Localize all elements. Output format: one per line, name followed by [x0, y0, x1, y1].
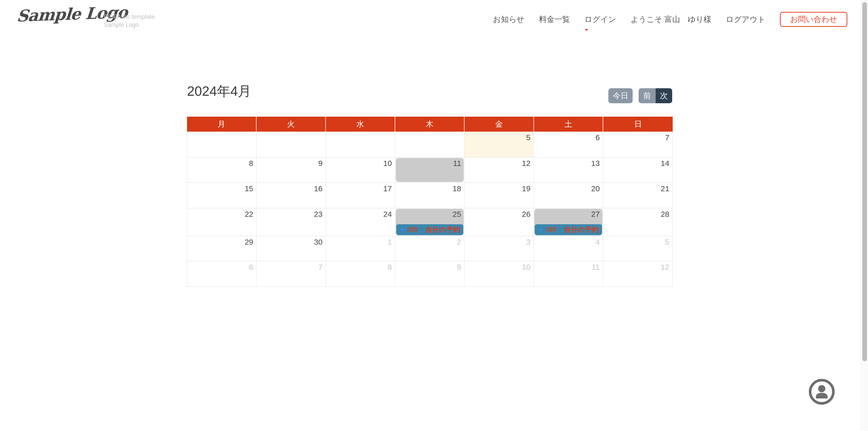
day-number: 18 [453, 184, 461, 193]
day-cell[interactable]: 6 [534, 132, 603, 158]
day-number: 26 [522, 210, 530, 219]
day-number: 9 [318, 159, 323, 168]
day-cell[interactable]: 10 [326, 158, 395, 183]
day-number: 8 [388, 263, 392, 271]
user-account-button[interactable] [809, 379, 835, 405]
day-cell[interactable]: 23 [256, 208, 326, 236]
day-cell[interactable]: 7 [603, 132, 673, 158]
day-cell[interactable]: 8 [187, 158, 256, 183]
day-cell[interactable]: 10 [464, 261, 534, 287]
day-number: 21 [661, 184, 669, 193]
contact-button[interactable]: お問い合わせ [780, 12, 847, 27]
day-cell[interactable]: 21 [603, 183, 673, 208]
day-number: 25 [453, 210, 461, 219]
day-number: 9 [457, 263, 461, 271]
day-cell[interactable]: 24 [326, 208, 395, 236]
reservation-event[interactable]: 0時自分の予約 [535, 224, 602, 235]
day-number: 15 [245, 184, 253, 193]
weekday-header-mon: 月 [187, 117, 256, 132]
day-cell[interactable]: 14 [603, 158, 673, 183]
day-cell[interactable]: 7 [256, 261, 326, 287]
nav-item-pricing[interactable]: 料金一覧 [539, 14, 570, 25]
day-number: 16 [314, 184, 322, 193]
day-number: 8 [249, 159, 253, 168]
day-cell[interactable]: 12 [464, 158, 534, 183]
weekday-header-wed: 水 [326, 117, 395, 132]
day-cell[interactable]: 270時自分の予約 [534, 208, 603, 236]
day-cell[interactable] [256, 132, 326, 158]
brand-tagline-line1: PIPPAsac template [104, 13, 154, 21]
day-cell[interactable]: 17 [326, 183, 395, 208]
event-dot-icon [539, 228, 542, 232]
weekday-header-fri: 金 [464, 117, 534, 132]
today-button[interactable]: 今日 [609, 88, 633, 103]
day-cell[interactable]: 15 [187, 183, 256, 208]
day-number: 27 [591, 210, 599, 219]
day-cell[interactable] [395, 132, 464, 158]
day-cell[interactable]: 30 [256, 236, 326, 261]
day-cell[interactable]: 28 [603, 208, 673, 236]
day-number: 1 [388, 238, 392, 246]
day-cell[interactable]: 5 [603, 236, 673, 261]
vertical-scrollbar[interactable] [861, 0, 868, 431]
day-number: 10 [383, 159, 392, 168]
day-number: 29 [245, 238, 253, 246]
day-number: 17 [383, 184, 392, 193]
day-cell[interactable]: 9 [256, 158, 326, 183]
event-title: 自分の予約 [564, 225, 599, 234]
day-cell[interactable]: 5 [464, 132, 534, 158]
day-cell[interactable]: 11 [534, 261, 603, 287]
day-number: 20 [591, 184, 599, 193]
main-nav: お知らせ 料金一覧 ログイン ようこそ 富山 ゆり様 ログアウト お問い合わせ [493, 0, 847, 39]
day-cell[interactable]: 8 [326, 261, 395, 287]
nav-item-logout[interactable]: ログアウト [726, 14, 766, 25]
day-cell[interactable]: 6 [187, 261, 256, 287]
day-number: 22 [245, 210, 253, 219]
day-cell[interactable]: 4 [534, 236, 603, 261]
page: Sample Logo PIPPAsac template Sample Log… [0, 0, 868, 431]
weekday-header-thu: 木 [395, 117, 465, 132]
nav-item-welcome-user: ようこそ 富山 ゆり様 [630, 14, 711, 25]
day-number: 6 [249, 263, 253, 271]
day-cell[interactable]: 250時自分の予約 [395, 208, 464, 236]
day-cell[interactable]: 11 [395, 158, 464, 183]
day-cell[interactable]: 3 [464, 236, 534, 261]
day-number: 11 [592, 263, 600, 271]
next-month-button[interactable]: 次 [656, 88, 672, 103]
day-cell[interactable]: 9 [395, 261, 464, 287]
nav-item-news[interactable]: お知らせ [493, 14, 524, 25]
nav-item-login-label: ログイン [584, 15, 616, 24]
prev-month-button[interactable]: 前 [639, 88, 656, 103]
day-number: 5 [526, 133, 531, 142]
event-time: 0時 [546, 225, 557, 234]
day-cell[interactable]: 19 [464, 183, 534, 208]
prev-next-group: 前 次 [639, 88, 672, 103]
day-number: 6 [595, 133, 600, 142]
day-number: 23 [314, 210, 322, 219]
reservation-event[interactable]: 0時自分の予約 [396, 224, 463, 235]
weekday-header-tue: 火 [256, 117, 326, 132]
event-title: 自分の予約 [426, 225, 461, 234]
calendar-toolbar: 今日 前 次 [609, 88, 672, 103]
day-cell[interactable]: 12 [603, 261, 673, 287]
day-cell[interactable]: 29 [187, 236, 256, 261]
day-number: 11 [453, 159, 461, 168]
day-cell[interactable]: 20 [534, 183, 603, 208]
day-cell[interactable]: 13 [534, 158, 603, 183]
scrollbar-thumb[interactable] [862, 2, 867, 361]
day-cell[interactable]: 22 [187, 208, 256, 236]
brand-tagline-line2: Sample Logo [104, 21, 154, 29]
day-cell[interactable]: 18 [395, 183, 464, 208]
day-cell[interactable]: 26 [464, 208, 534, 236]
day-number: 19 [522, 184, 530, 193]
day-number: 12 [661, 263, 669, 271]
day-cell[interactable]: 16 [256, 183, 326, 208]
day-cell[interactable]: 1 [326, 236, 395, 261]
day-number: 2 [457, 238, 461, 246]
day-number: 30 [314, 238, 322, 246]
day-cell[interactable] [187, 132, 256, 158]
day-cell[interactable] [326, 132, 395, 158]
day-cell[interactable]: 2 [395, 236, 464, 261]
nav-item-login[interactable]: ログイン [584, 14, 616, 25]
weekday-header-row: 月 火 水 木 金 土 日 [187, 117, 673, 132]
